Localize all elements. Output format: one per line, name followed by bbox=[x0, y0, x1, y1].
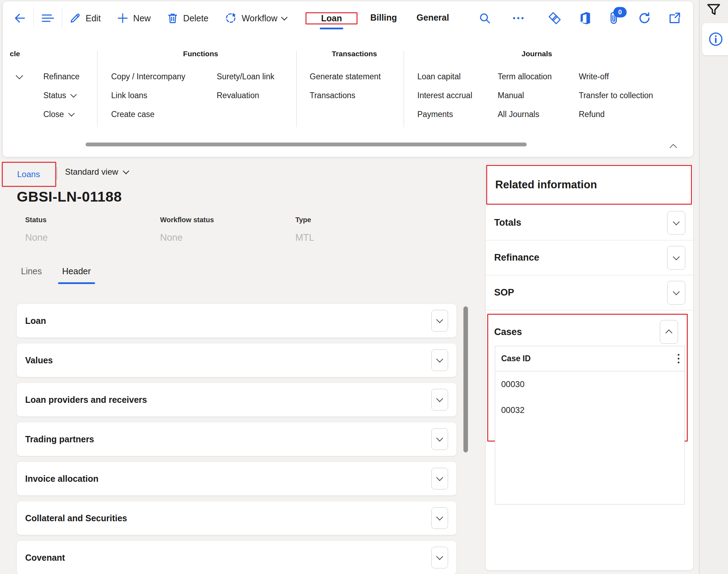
refresh-icon[interactable] bbox=[638, 12, 651, 25]
related-section-title: Refinance bbox=[494, 252, 539, 263]
ribbon-collapse-button[interactable] bbox=[665, 140, 681, 152]
case-row[interactable]: 00032 bbox=[495, 397, 684, 423]
section-expand-button[interactable] bbox=[431, 468, 448, 489]
ribbon-item-create-case[interactable]: Create case bbox=[111, 105, 185, 124]
ribbon-item-label: Loan capital bbox=[417, 72, 461, 81]
tab-general[interactable]: General bbox=[414, 6, 452, 31]
ribbon-item-generate-statement[interactable]: Generate statement bbox=[310, 67, 381, 86]
ribbon-item-link-loans[interactable]: Link loans bbox=[111, 86, 185, 105]
ribbon-item-refinance[interactable]: Refinance bbox=[43, 67, 80, 86]
section-title: Loan providers and receivers bbox=[25, 395, 147, 405]
related-section-refinance[interactable]: Refinance bbox=[486, 240, 693, 275]
field-label: Status bbox=[25, 216, 48, 224]
section-expand-button[interactable] bbox=[431, 310, 448, 332]
ribbon-item-manual[interactable]: Manual bbox=[498, 86, 552, 105]
field-value: None bbox=[160, 232, 214, 243]
command-label: New bbox=[133, 13, 151, 23]
view-picker[interactable]: Standard view bbox=[65, 167, 128, 177]
office-apps-icon[interactable] bbox=[578, 12, 592, 25]
back-icon[interactable] bbox=[13, 12, 27, 25]
section-card-collateral-and-securities[interactable]: Collateral and Securities bbox=[17, 501, 456, 535]
search-icon[interactable] bbox=[478, 12, 491, 24]
section-card-trading-partners[interactable]: Trading partners bbox=[17, 422, 456, 456]
ribbon-item-write-off[interactable]: Write-off bbox=[579, 67, 653, 86]
ribbon-item-refund[interactable]: Refund bbox=[579, 105, 653, 124]
open-in-new-window-icon[interactable] bbox=[668, 12, 681, 25]
ribbon-item-interest-accrual[interactable]: Interest accrual bbox=[417, 86, 472, 105]
more-commands-icon[interactable] bbox=[511, 12, 525, 24]
related-info-rail-card bbox=[702, 23, 728, 55]
cases-title: Cases bbox=[494, 327, 522, 337]
chevron-down-icon bbox=[123, 168, 129, 174]
ribbon-item-status[interactable]: Status bbox=[43, 86, 80, 105]
attachments-count-badge: 0 bbox=[613, 7, 627, 17]
section-expand-button[interactable] bbox=[431, 349, 448, 371]
tab-label: Billing bbox=[370, 13, 397, 22]
page-tabs: LinesHeader bbox=[21, 266, 91, 284]
section-card-values[interactable]: Values bbox=[17, 343, 456, 377]
ribbon-horizontal-scrollbar[interactable] bbox=[86, 143, 527, 146]
command-label: Workflow bbox=[242, 13, 277, 23]
workflow-button[interactable]: Workflow bbox=[224, 12, 286, 24]
case-id-column-header[interactable]: Case ID bbox=[501, 354, 531, 363]
nav-pane-icon[interactable] bbox=[41, 12, 55, 24]
filter-icon[interactable] bbox=[706, 2, 721, 17]
edit-button[interactable]: Edit bbox=[69, 12, 101, 24]
ribbon-item-all-journals[interactable]: All Journals bbox=[498, 105, 552, 124]
related-section-expand-button[interactable] bbox=[667, 246, 685, 270]
section-card-invoice-allocation[interactable]: Invoice allocation bbox=[17, 462, 456, 495]
ribbon-item-copy-intercompany[interactable]: Copy / Intercompany bbox=[111, 67, 185, 86]
fasttab-sections: LoanValuesLoan providers and receiversTr… bbox=[17, 304, 456, 574]
ribbon-item-label: Transfer to collection bbox=[579, 91, 653, 100]
ribbon-item-label: Manual bbox=[498, 91, 524, 100]
chevron-down-icon bbox=[673, 218, 680, 225]
ribbon-item-surety-loan-link[interactable]: Surety/Loan link bbox=[217, 67, 274, 86]
ribbon-item-loan-capital[interactable]: Loan capital bbox=[417, 67, 472, 86]
related-section-sop[interactable]: SOP bbox=[486, 275, 693, 310]
ribbon-item-label: Create case bbox=[111, 110, 154, 119]
page-tab-label: Lines bbox=[21, 266, 42, 276]
related-sections: TotalsRefinanceSOP bbox=[486, 205, 693, 310]
ribbon-item-payments[interactable]: Payments bbox=[417, 105, 472, 124]
info-icon[interactable] bbox=[708, 31, 723, 47]
section-title: Covenant bbox=[25, 553, 65, 563]
ribbon-item-revaluation[interactable]: Revaluation bbox=[217, 86, 274, 105]
section-card-loan-providers-and-receivers[interactable]: Loan providers and receivers bbox=[17, 383, 456, 416]
annotation-box-related-information: Related information bbox=[486, 165, 692, 205]
ribbon-item-transfer-to-collection[interactable]: Transfer to collection bbox=[579, 86, 653, 105]
section-card-loan[interactable]: Loan bbox=[17, 304, 456, 337]
more-vertical-icon[interactable] bbox=[678, 354, 679, 363]
ribbon-item-close[interactable]: Close bbox=[43, 105, 80, 124]
ribbon-item-label: Interest accrual bbox=[417, 91, 472, 100]
page-tab-header[interactable]: Header bbox=[62, 266, 91, 284]
ribbon-group-label: Journals bbox=[412, 50, 662, 58]
ribbon-group-chevron[interactable] bbox=[17, 67, 22, 86]
command-label: Delete bbox=[183, 13, 208, 23]
related-section-totals[interactable]: Totals bbox=[486, 205, 693, 240]
delete-button[interactable]: Delete bbox=[167, 12, 208, 24]
section-expand-button[interactable] bbox=[431, 389, 448, 410]
ribbon-item-label: Write-off bbox=[579, 72, 609, 81]
section-card-covenant[interactable]: Covenant bbox=[17, 541, 456, 574]
section-expand-button[interactable] bbox=[431, 428, 448, 450]
ribbon-item-transactions[interactable]: Transactions bbox=[310, 86, 381, 105]
power-apps-icon[interactable] bbox=[548, 11, 562, 25]
chevron-down-icon bbox=[436, 553, 443, 560]
case-row[interactable]: 00030 bbox=[495, 371, 684, 397]
trash-icon bbox=[167, 12, 179, 24]
new-button[interactable]: New bbox=[117, 12, 151, 24]
attachments-icon[interactable]: 0 bbox=[608, 11, 621, 25]
page-tab-lines[interactable]: Lines bbox=[21, 266, 42, 284]
cases-collapse-button[interactable] bbox=[660, 320, 678, 344]
related-section-expand-button[interactable] bbox=[667, 281, 685, 305]
ribbon-group-divider bbox=[296, 51, 297, 127]
main-vertical-scrollbar[interactable] bbox=[463, 306, 468, 452]
ribbon-item-term-allocation[interactable]: Term allocation bbox=[498, 67, 552, 86]
related-section-expand-button[interactable] bbox=[667, 211, 685, 235]
section-expand-button[interactable] bbox=[431, 547, 448, 568]
tab-loan[interactable]: Loan bbox=[318, 6, 345, 31]
section-expand-button[interactable] bbox=[431, 507, 448, 529]
breadcrumb-loans-link[interactable]: Loans bbox=[17, 169, 40, 179]
tab-label: General bbox=[417, 13, 449, 22]
tab-billing[interactable]: Billing bbox=[367, 6, 399, 31]
